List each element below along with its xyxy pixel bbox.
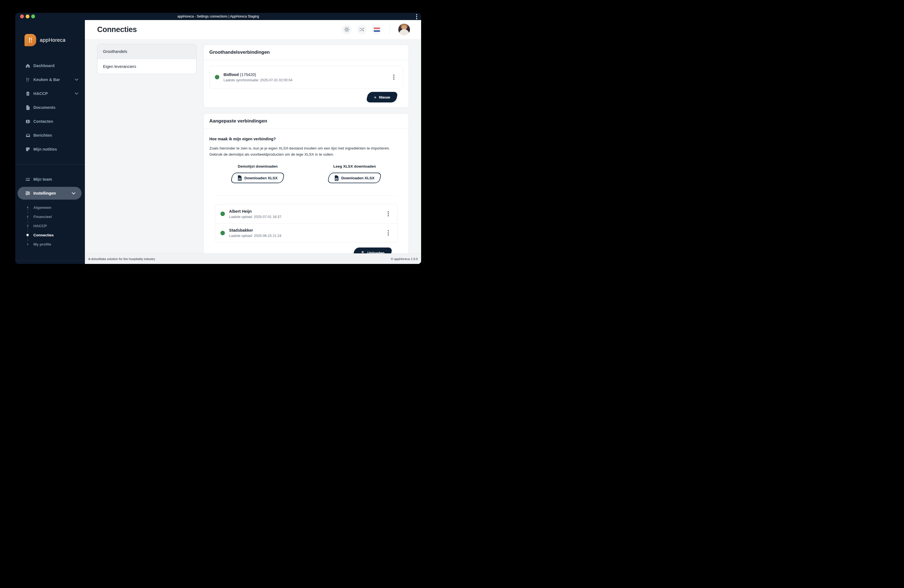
fork-knife-logo-icon	[24, 34, 36, 46]
sidebar-item-mijn-team[interactable]: Mijn team	[15, 172, 85, 186]
connection-code: (175420)	[240, 73, 256, 77]
download-heading-demo: Demolijst downloaden	[238, 164, 278, 168]
upload-menu-kebab-icon[interactable]	[388, 211, 389, 217]
card-title: Groothandelsverbindingen	[204, 45, 409, 60]
status-dot-green	[215, 75, 219, 79]
submenu-item-algemeen[interactable]: Algemeen	[15, 203, 85, 212]
sidebar-item-haccp[interactable]: HACCP	[15, 87, 85, 101]
tab-label: Groothandels	[103, 49, 127, 54]
team-icon	[25, 177, 30, 182]
sidebar-item-label: HACCP	[33, 91, 48, 96]
title-bar: appHoreca - Settings connections | AppHo…	[15, 13, 421, 20]
submenu-item-label: Connecties	[33, 233, 54, 237]
contact-card-icon	[25, 119, 30, 124]
window-title: appHoreca - Settings connections | AppHo…	[177, 14, 259, 18]
tab-groothandels[interactable]: Groothandels	[97, 44, 196, 59]
sidebar-item-label: Documents	[33, 105, 55, 110]
upload-xlsx-button[interactable]: Uploaden	[352, 248, 393, 253]
inbox-icon	[25, 133, 30, 138]
download-demo-xlsx-button[interactable]: Downloaden XLSX	[231, 172, 285, 183]
connection-name: Bidfood	[223, 73, 239, 77]
header-actions	[342, 24, 410, 35]
sidebar-divider	[15, 164, 85, 164]
app-window: appHoreca - Settings connections | AppHo…	[15, 13, 421, 264]
sidebar-item-label: Berichten	[33, 133, 52, 138]
app-logo-text: appHoreca	[40, 37, 66, 43]
submenu-item-haccp[interactable]: HACCP	[15, 221, 85, 231]
maximize-window-button[interactable]	[31, 14, 35, 18]
submenu-item-financieel[interactable]: Financieel	[15, 212, 85, 221]
upload-row-albert-heijn: Albert Heijn Laatste upload: 2025-07-01 …	[215, 204, 397, 223]
tab-label: Eigen leveranciers	[103, 64, 136, 69]
how-to-description: Zoals hieronder te zien is, kun je je ei…	[209, 145, 390, 158]
window-menu-kebab-icon[interactable]	[416, 14, 417, 20]
plus-icon: +	[374, 95, 376, 100]
language-flag-button[interactable]	[372, 24, 382, 35]
sidebar-item-label: Instellingen	[33, 191, 56, 196]
upload-menu-kebab-icon[interactable]	[388, 230, 389, 236]
new-connection-button[interactable]: + Nieuw	[366, 92, 398, 103]
sidebar-nav: Dashboard Keuken & Bar HACCP	[15, 59, 85, 249]
sidebar-item-label: Dashboard	[33, 63, 55, 68]
close-window-button[interactable]	[20, 14, 24, 18]
connection-menu-kebab-icon[interactable]	[393, 74, 394, 80]
submenu-item-label: Financieel	[33, 215, 52, 219]
user-avatar[interactable]	[398, 24, 410, 35]
clipboard-check-icon	[25, 91, 30, 96]
sidebar: appHoreca Dashboard Keuken & Bar	[15, 20, 85, 264]
switch-account-button[interactable]	[357, 24, 367, 35]
custom-connections-card: Aangepaste verbindingen Hoe maak ik mijn…	[204, 113, 409, 253]
how-to-question: Hoe maak ik mijn eigen verbinding?	[209, 137, 403, 141]
xlsx-file-icon	[335, 175, 339, 181]
submenu-item-my-profile[interactable]: My profile	[15, 240, 85, 249]
connection-row-bidfood: Bidfood (175420) Laatste synchronisatie:…	[209, 66, 403, 89]
connection-status: Laatste synchronisatie: 2025-07-31 02:00…	[223, 78, 292, 82]
submenu-item-connecties[interactable]: Connecties	[15, 231, 85, 240]
window-controls	[20, 14, 35, 18]
custom-uploads-list: Albert Heijn Laatste upload: 2025-07-01 …	[215, 204, 397, 242]
sliders-icon	[25, 191, 30, 196]
sidebar-item-mijn-notities[interactable]: Mijn notities	[15, 142, 85, 156]
download-button-label: Downloaden XLSX	[341, 176, 375, 180]
upload-status: Laatste upload: 2025-06-15 21:24	[229, 234, 281, 238]
download-empty-xlsx-button[interactable]: Downloaden XLSX	[327, 172, 382, 183]
main-area: Connecties	[85, 20, 421, 264]
download-heading-empty: Leeg XLSX downloaden	[333, 164, 376, 168]
download-button-label: Downloaden XLSX	[244, 176, 278, 180]
new-button-label: Nieuw	[379, 95, 390, 100]
upload-name: Albert Heijn	[229, 209, 251, 213]
connection-type-tabs: Groothandels Eigen leveranciers	[97, 44, 196, 74]
utensils-icon	[25, 77, 30, 82]
sidebar-item-documents[interactable]: Documents	[15, 101, 85, 114]
status-dot-green	[220, 231, 225, 235]
document-icon	[25, 105, 30, 110]
chevron-down-icon	[72, 192, 76, 194]
card-title: Aangepaste verbindingen	[204, 114, 409, 129]
app-footer: A dotsofdata solution for the hospitalit…	[85, 253, 421, 264]
note-icon	[25, 147, 30, 152]
shuffle-icon	[359, 27, 365, 32]
header-divider	[389, 25, 390, 34]
upload-button-label: Uploaden	[367, 251, 385, 254]
sidebar-item-keuken-bar[interactable]: Keuken & Bar	[15, 73, 85, 87]
netherlands-flag-icon	[374, 28, 380, 32]
tab-eigen-leveranciers[interactable]: Eigen leveranciers	[97, 59, 196, 74]
sidebar-item-label: Contacten	[33, 119, 53, 123]
settings-gear-button[interactable]	[342, 24, 352, 35]
upload-icon	[360, 251, 365, 253]
gear-icon	[344, 27, 349, 32]
submenu-item-label: HACCP	[33, 224, 47, 228]
sidebar-item-contacten[interactable]: Contacten	[15, 114, 85, 128]
sidebar-item-dashboard[interactable]: Dashboard	[15, 59, 85, 73]
minimize-window-button[interactable]	[25, 14, 30, 18]
chevron-down-icon	[75, 92, 78, 95]
xlsx-file-icon	[238, 175, 242, 181]
upload-name: Stadsbakker	[229, 228, 253, 232]
app-logo: appHoreca	[24, 34, 66, 46]
sidebar-item-instellingen[interactable]: Instellingen	[17, 187, 82, 200]
upload-row-stadsbakker: Stadsbakker Laatste upload: 2025-06-15 2…	[215, 223, 397, 242]
sidebar-item-berichten[interactable]: Berichten	[15, 128, 85, 142]
sidebar-item-label: Mijn notities	[33, 147, 57, 152]
content: Groothandels Eigen leveranciers Groothan…	[85, 39, 421, 253]
sidebar-item-label: Keuken & Bar	[33, 77, 60, 82]
